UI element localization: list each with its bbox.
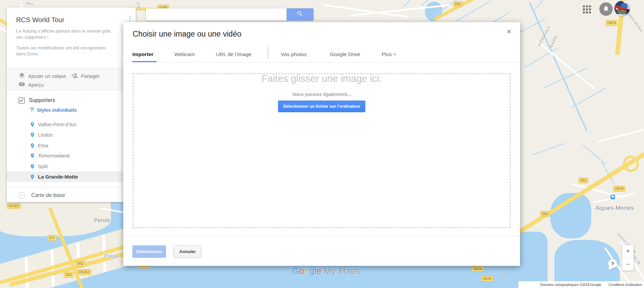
base-map-row[interactable]: ▾ Carte de base (7, 190, 136, 201)
map-info-panel: RCS World Tour ⋮ Le Racing s’affiche par… (7, 7, 136, 202)
bell-icon (603, 5, 609, 13)
marker-row[interactable]: Etna (7, 140, 136, 151)
tab-plus[interactable]: Plus (382, 51, 396, 57)
marker-row[interactable]: Lindos (7, 130, 136, 140)
map-pin-icon (30, 163, 35, 170)
search-icon (297, 10, 303, 18)
dialog-tabs: Importer Webcam URL de l’image Vos photo… (123, 42, 520, 62)
map-roundabout (623, 156, 639, 172)
share-label: Partager (81, 74, 100, 79)
panel-menu-icon[interactable]: ⋮ (127, 15, 133, 21)
road-badge: D979 (606, 20, 617, 26)
watermark-suffix: My Maps (324, 266, 360, 276)
marker-row[interactable]: Vallon-Pont-d’Arc (7, 119, 136, 130)
tab-url-image[interactable]: URL de l’image (216, 51, 251, 57)
select-button-disabled[interactable]: Sélectionner (132, 245, 166, 258)
map-pin-icon (30, 173, 35, 181)
tab-google-drive[interactable]: Google Drive (330, 51, 360, 57)
account-avatar[interactable]: PLANÈTE RACING (614, 1, 630, 16)
map-pin-icon (30, 131, 35, 139)
map-description: Le Racing s’affiche partout dans le mond… (16, 28, 111, 40)
notifications-button[interactable] (599, 2, 613, 16)
grid-dot (589, 8, 591, 10)
avatar-caption: PLANÈTE RACING (614, 9, 630, 14)
paint-roller-icon (30, 107, 35, 113)
map-canal (571, 87, 606, 108)
road-badge: D62A (472, 266, 484, 272)
map-attribution: Données cartographiques ©2018 Google Con… (518, 281, 644, 288)
divider (7, 187, 136, 187)
grid-dot (583, 8, 585, 10)
road-badge: D21 (64, 272, 74, 278)
map-canal (583, 144, 606, 164)
person-add-icon (71, 72, 78, 80)
image-picker-dialog: Choisir une image ou une vidéo × Importe… (123, 22, 520, 266)
tab-plus-label: Plus (382, 51, 392, 57)
map-road (598, 129, 644, 143)
layer-row-supporters[interactable]: Supporters (7, 95, 136, 105)
close-icon[interactable]: × (507, 27, 511, 36)
dropzone-content: Faites glisser une image ici. Vous pouve… (123, 73, 520, 112)
layer-checkbox-checked[interactable] (18, 97, 25, 104)
active-tab-underline (132, 61, 157, 62)
zoom-in-button[interactable]: + (622, 245, 634, 258)
marker-label: Lindos (38, 132, 53, 138)
individual-styles-link[interactable]: Styles individuels (30, 107, 77, 113)
road-badge: D62 (540, 211, 550, 217)
road-badge: D62 (76, 261, 85, 267)
layer-name: Supporters (29, 97, 55, 103)
watermark-letter: G (292, 266, 299, 276)
marker-row-selected[interactable]: La Grande-Motte (7, 172, 136, 182)
marker-row[interactable]: Tomorrowland (7, 150, 136, 161)
grid-dot (586, 5, 588, 7)
road-badge: D62B (481, 276, 493, 282)
marker-label: Etna (38, 143, 48, 148)
road-badge: D61 (453, 1, 463, 7)
dropzone-headline: Faites glisser une image ici. (123, 73, 520, 84)
marker-label: La Grande-Motte (38, 174, 78, 180)
road-badge: D62E2 (77, 269, 91, 275)
tab-webcam[interactable]: Webcam (174, 51, 195, 57)
layers-icon (18, 72, 25, 80)
individual-styles-label: Styles individuels (37, 107, 77, 113)
select-file-button[interactable]: Sélectionner un fichier sur l’ordinateur (278, 101, 366, 112)
town-label: Pérols (94, 218, 110, 224)
zoom-out-button[interactable]: − (622, 258, 634, 271)
google-my-maps-watermark: GoogleMy Maps (292, 266, 360, 276)
watermark-letter: g (309, 266, 314, 276)
search-input[interactable] (146, 8, 287, 20)
town-label: Aigues-Mortes (595, 205, 634, 211)
tab-your-photos[interactable]: Vos photos (281, 51, 307, 57)
divider (123, 236, 520, 236)
attribution-terms-link[interactable]: Conditions d’utilisation (608, 283, 642, 287)
tab-importer[interactable]: Importer (132, 51, 154, 57)
preview-button[interactable]: Aperçu (18, 81, 44, 89)
map-pin-icon (30, 121, 35, 128)
dialog-title: Choisir une image ou une vidéo (133, 30, 241, 39)
add-layer-button[interactable]: Ajouter un calque (18, 72, 66, 80)
drive-saved-note: Toutes les modifications ont été enregis… (16, 45, 105, 57)
base-map-expander-icon[interactable]: ▾ (18, 192, 25, 198)
share-button[interactable]: Partager (71, 72, 100, 80)
watermark-letter: o (304, 266, 309, 276)
search-button[interactable] (287, 8, 313, 20)
map-title: RCS World Tour (16, 16, 65, 24)
cancel-button[interactable]: Annuler (173, 245, 202, 258)
marker-row[interactable]: Split (7, 161, 136, 172)
marker-label: Tomorrowland (38, 153, 70, 158)
my-maps-app: D189 D61 D979 D62 D979 D62 D62A D62B D21… (0, 0, 644, 288)
watermark-letter: o (299, 266, 304, 276)
description-line: ses supporters ! (16, 34, 111, 40)
preview-label: Aperçu (28, 82, 44, 88)
help-button[interactable]: ? (608, 259, 617, 268)
add-layer-label: Ajouter un calque (28, 74, 66, 79)
grid-dot (586, 8, 588, 10)
dropzone-subtext: Vous pouvez également... (123, 92, 520, 97)
base-map-label: Carte de base (31, 192, 65, 198)
road-badge: D21E6 (7, 203, 21, 209)
note-line: dans Drive. (16, 51, 105, 57)
department-label: GARD (549, 34, 559, 48)
apps-grid-icon[interactable] (583, 5, 592, 14)
transit-stop-icon (610, 195, 615, 199)
note-line: Toutes les modifications ont été enregis… (16, 45, 105, 51)
